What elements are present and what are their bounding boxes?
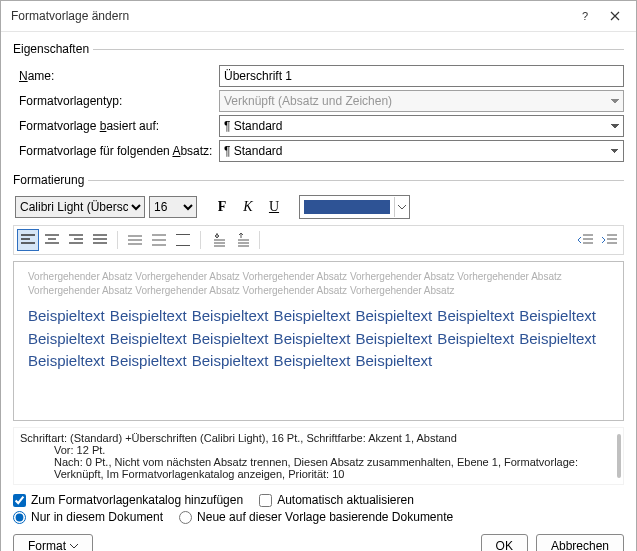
preview-box: Vorhergehender Absatz Vorhergehender Abs… — [13, 261, 624, 421]
align-justify-button[interactable] — [89, 229, 111, 251]
color-swatch — [304, 200, 390, 214]
italic-button[interactable]: K — [237, 196, 259, 218]
next-paragraph-select[interactable]: ¶ Standard — [219, 140, 624, 162]
next-paragraph-label: Formatvorlage für folgenden Absatz: — [13, 144, 219, 158]
new-docs-radio[interactable]: Neue auf dieser Vorlage basierende Dokum… — [179, 510, 453, 524]
formatting-legend: Formatierung — [13, 173, 88, 187]
align-right-button[interactable] — [65, 229, 87, 251]
align-left-button[interactable] — [17, 229, 39, 251]
line-spacing-1-button[interactable] — [124, 229, 146, 251]
desc-line-1: Schriftart: (Standard) +Überschriften (C… — [20, 432, 617, 444]
name-input[interactable] — [219, 65, 624, 87]
underline-button[interactable]: U — [263, 196, 285, 218]
font-color-picker[interactable] — [299, 195, 410, 219]
indent-decrease-button[interactable] — [574, 229, 596, 251]
format-menu-button[interactable]: Format — [13, 534, 93, 551]
align-center-button[interactable] — [41, 229, 63, 251]
based-on-label: Formatvorlage basiert auf: — [13, 119, 219, 133]
help-button[interactable]: ? — [570, 4, 600, 28]
space-before-increase-button[interactable] — [207, 229, 229, 251]
indent-increase-button[interactable] — [598, 229, 620, 251]
only-this-document-radio[interactable]: Nur in diesem Dokument — [13, 510, 163, 524]
space-before-decrease-button[interactable] — [231, 229, 253, 251]
formatting-group: Formatierung Calibri Light (Überschrifte… — [13, 173, 624, 485]
bold-button[interactable]: F — [211, 196, 233, 218]
dialog-title: Formatvorlage ändern — [11, 9, 570, 23]
titlebar: Formatvorlage ändern ? — [1, 1, 636, 32]
style-description: Schriftart: (Standard) +Überschriften (C… — [13, 427, 624, 485]
close-button[interactable] — [600, 4, 630, 28]
line-spacing-1-5-button[interactable] — [148, 229, 170, 251]
svg-text:?: ? — [582, 10, 588, 22]
properties-group: Eigenschaften Name: Formatvorlagentyp: V… — [13, 42, 624, 165]
font-name-select[interactable]: Calibri Light (Überschriften) — [15, 196, 145, 218]
auto-update-checkbox[interactable]: Automatisch aktualisieren — [259, 493, 414, 507]
preview-previous-paragraph: Vorhergehender Absatz Vorhergehender Abs… — [28, 270, 609, 297]
scrollbar-icon[interactable] — [617, 434, 621, 478]
font-size-select[interactable]: 16 — [149, 196, 197, 218]
add-to-catalog-checkbox[interactable]: Zum Formatvorlagenkatalog hinzufügen — [13, 493, 243, 507]
desc-line-3: Nach: 0 Pt., Nicht vom nächsten Absatz t… — [20, 456, 617, 480]
type-select: Verknüpft (Absatz und Zeichen) — [219, 90, 624, 112]
name-label: Name: — [13, 69, 219, 83]
based-on-select[interactable]: ¶ Standard — [219, 115, 624, 137]
type-label: Formatvorlagentyp: — [13, 94, 219, 108]
preview-sample-text: Beispieltext Beispieltext Beispieltext B… — [28, 305, 609, 373]
chevron-down-icon — [394, 197, 409, 217]
line-spacing-2-button[interactable] — [172, 229, 194, 251]
paragraph-toolbar — [13, 225, 624, 255]
cancel-button[interactable]: Abbrechen — [536, 534, 624, 551]
desc-line-2: Vor: 12 Pt. — [20, 444, 617, 456]
properties-legend: Eigenschaften — [13, 42, 93, 56]
modify-style-dialog: Formatvorlage ändern ? Eigenschaften Nam… — [0, 0, 637, 551]
ok-button[interactable]: OK — [481, 534, 528, 551]
chevron-down-icon — [70, 544, 78, 549]
